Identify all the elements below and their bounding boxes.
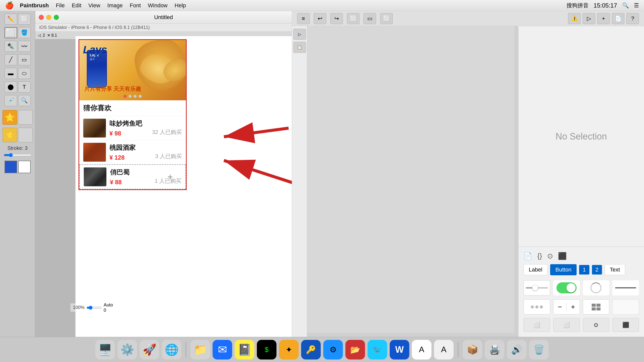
tool-pencil[interactable]: ✒️ xyxy=(5,41,17,52)
rp-btn-4[interactable]: ⬜ xyxy=(347,13,359,24)
menu-image[interactable]: Image xyxy=(107,2,123,9)
window-close[interactable] xyxy=(39,15,44,20)
tool-curve[interactable]: 〰️ xyxy=(18,41,31,52)
dock-font-book[interactable]: A xyxy=(412,340,431,359)
dock-terminal[interactable]: $ xyxy=(257,340,276,359)
menu-edit[interactable]: Edit xyxy=(72,2,81,9)
tool-magnify[interactable]: 🔍 xyxy=(18,95,31,106)
rp-widget-toggle-on[interactable] xyxy=(553,280,580,295)
tab-button[interactable]: Button xyxy=(550,264,577,275)
canvas-tool-1[interactable]: ◁ xyxy=(38,33,41,38)
restaurant-item-3[interactable]: 俏巴蜀 ¥ 88 + 1 人已购买 xyxy=(79,164,186,189)
dock-notes[interactable]: 📓 xyxy=(235,340,254,359)
menu-view[interactable]: View xyxy=(88,2,100,9)
rp-doc-icon[interactable]: 📄 xyxy=(612,13,624,24)
dock-network[interactable]: 🔊 xyxy=(507,340,527,359)
sim-label: iOS Simulator - iPhone 6 - iPhone 6 / iO… xyxy=(35,24,292,32)
tool-select[interactable]: ⬜ xyxy=(5,27,17,38)
menu-paintbrush[interactable]: Paintbrush xyxy=(20,2,49,9)
rp-btn-2[interactable]: ↩ xyxy=(314,13,326,24)
dock-files[interactable]: 📁 xyxy=(190,340,210,359)
dock-trash[interactable]: 🗑️ xyxy=(529,340,549,359)
rp-icon-brace[interactable]: {} xyxy=(537,252,542,260)
tool-text[interactable]: T xyxy=(18,81,31,93)
rp-toolbar: ≡ ↩ ↪ ⬜ ▭ ⬜ ⚠️ ▷ + 📄 ? xyxy=(292,11,644,26)
rp-widget-slider[interactable] xyxy=(524,280,550,295)
rp-icon-doc[interactable]: 📄 xyxy=(524,252,532,260)
restaurant-item-2[interactable]: 桃园酒家 ¥ 128 3 人已购买 xyxy=(79,140,186,164)
tool-rect-fill[interactable]: ▬ xyxy=(5,68,17,79)
tool-ellipse-outline[interactable]: ⬭ xyxy=(18,68,31,79)
rp-icon-rect[interactable]: ⬛ xyxy=(558,252,567,260)
zoom-slider[interactable] xyxy=(87,306,102,310)
restaurant-item-1[interactable]: 味妙烤鱼吧 ¥ 98 32 人已购买 xyxy=(79,116,186,140)
dock-launchpad[interactable]: 🚀 xyxy=(140,340,159,359)
dock-font-2[interactable]: A xyxy=(434,340,454,359)
rp-add-btn[interactable]: + xyxy=(597,13,610,24)
rp-bi-1[interactable]: ⬜ xyxy=(524,318,550,332)
banner-area: Lays Lay's 薯片 片片有分享 天天有乐趣 xyxy=(79,40,186,100)
dock-1password[interactable]: 🔑 xyxy=(301,340,321,359)
tab-num1[interactable]: 1 xyxy=(579,265,589,275)
stroke-slider[interactable] xyxy=(4,153,31,157)
search-icon[interactable]: 🔍 xyxy=(622,2,629,9)
menu-file[interactable]: File xyxy=(56,2,65,9)
dock-mail[interactable]: ✉ xyxy=(213,340,232,359)
banner-text-overlay: 片片有分享 天天有乐趣 xyxy=(84,85,141,93)
rp-bi-3[interactable]: ⊙ xyxy=(583,318,610,332)
rp-btn-6[interactable]: ⬜ xyxy=(380,13,393,24)
rp-bi-4[interactable]: ⬛ xyxy=(612,318,639,332)
notification-icon[interactable]: ☰ xyxy=(634,2,639,9)
dock-xcode[interactable]: ⚙ xyxy=(323,340,343,359)
dock-tweetbot[interactable]: 🐦 xyxy=(368,340,387,359)
menu-font[interactable]: Font xyxy=(130,2,141,9)
rp-btn-5[interactable]: ▭ xyxy=(364,13,376,24)
tab-label[interactable]: Label xyxy=(524,264,548,275)
dock-safari[interactable]: 🌐 xyxy=(162,340,181,359)
tool-brush[interactable]: ✏️ xyxy=(5,14,17,25)
rp-next-btn[interactable]: ▷ xyxy=(583,13,595,24)
rp-warning-icon[interactable]: ⚠️ xyxy=(568,13,581,24)
dock-sketch[interactable]: ✦ xyxy=(279,340,299,359)
window-maximize[interactable] xyxy=(54,15,59,20)
tool-line[interactable]: ╱ xyxy=(5,54,17,65)
color-swatch-blue[interactable] xyxy=(5,161,17,173)
apple-menu[interactable]: 🍎 xyxy=(5,1,14,10)
menu-window[interactable]: Window xyxy=(148,2,168,9)
brush-preset-4[interactable] xyxy=(18,128,33,142)
rp-bi-2[interactable]: ⬜ xyxy=(553,318,580,332)
tool-ellipse-fill[interactable]: ⬤ xyxy=(5,81,17,93)
menu-help[interactable]: Help xyxy=(175,2,186,9)
step-plus[interactable]: + xyxy=(567,300,579,314)
rp-left-btn-2[interactable]: 📋 xyxy=(293,42,306,53)
tool-eyedropper[interactable]: 💉 xyxy=(5,95,17,106)
rp-btn-1[interactable]: ≡ xyxy=(297,13,310,24)
tab-text[interactable]: Text xyxy=(605,264,625,275)
window-minimize[interactable] xyxy=(46,15,51,20)
rp-btn-3[interactable]: ↪ xyxy=(330,13,343,24)
rp-left-btn-1[interactable]: ▷ xyxy=(293,29,306,40)
tool-eraser[interactable]: ⬜ xyxy=(18,14,31,25)
dock-filezilla[interactable]: 📂 xyxy=(345,340,365,359)
dock-printer[interactable]: 🖨️ xyxy=(485,340,504,359)
brush-preset-3[interactable]: ⭐ xyxy=(3,128,17,142)
dock-finder[interactable]: 🖥️ xyxy=(95,340,115,359)
canvas-white[interactable]: Lays Lay's 薯片 片片有分享 天天有乐趣 xyxy=(75,36,292,337)
tab-num2[interactable]: 2 xyxy=(592,265,602,275)
color-swatch-white[interactable] xyxy=(18,161,31,173)
scrollbar-horizontal[interactable] xyxy=(307,333,518,337)
brush-preset-star2[interactable] xyxy=(18,110,33,125)
dock-word[interactable]: W xyxy=(390,340,409,359)
scrollbar-vertical[interactable] xyxy=(514,26,518,337)
rp-help-btn[interactable]: ? xyxy=(626,13,639,24)
rp-center-canvas[interactable] xyxy=(307,26,518,337)
tool-rect-outline[interactable]: ▭ xyxy=(18,54,31,65)
step-minus[interactable]: − xyxy=(553,300,566,314)
rp-icon-circle[interactable]: ⊙ xyxy=(547,252,553,260)
rp-widget-table[interactable] xyxy=(583,299,610,314)
tool-fill[interactable]: 🪣 xyxy=(18,27,31,38)
dock-settings[interactable]: ⚙️ xyxy=(117,340,137,359)
rp-widget-stepper[interactable]: − + xyxy=(553,299,580,314)
dock-system-pref[interactable]: 📦 xyxy=(463,340,482,359)
brush-preset-star[interactable]: ⭐ xyxy=(3,110,17,125)
